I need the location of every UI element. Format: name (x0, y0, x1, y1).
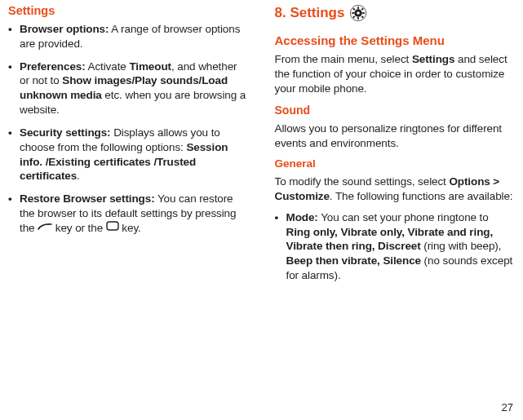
text: (ring with beep), (421, 240, 502, 252)
bullet-marker: • (8, 22, 20, 51)
general-bullet-list: • Mode: You can set your phone ringtone … (275, 210, 516, 283)
chapter-heading: 8. Settings (275, 4, 516, 22)
text: From the main menu, select (275, 53, 412, 65)
softkey-icon (106, 220, 119, 235)
bullet-marker: • (275, 210, 286, 283)
term: Settings (412, 53, 454, 65)
text: Activate (86, 60, 130, 73)
gear-icon (349, 4, 367, 22)
term: Restore Browser settings: (20, 192, 155, 205)
general-intro: To modify the sound settings, select Opt… (275, 175, 516, 204)
svg-rect-7 (353, 8, 356, 11)
chapter-title: 8. Settings (275, 5, 345, 21)
left-heading: Settings (8, 4, 249, 17)
bullet-marker: • (8, 126, 20, 183)
text: key. (119, 222, 141, 234)
bullet-text: Restore Browser settings: You can restor… (20, 192, 249, 236)
text: You can set your phone ringtone to (318, 211, 489, 223)
svg-point-11 (357, 11, 361, 15)
right-column: 8. Settings (262, 4, 516, 420)
list-item: • Restore Browser settings: You can rest… (8, 192, 249, 236)
svg-rect-8 (361, 15, 364, 18)
term: Preferences: (20, 60, 86, 73)
svg-rect-10 (353, 15, 356, 18)
text: . The following functions are available: (330, 190, 513, 202)
bullet-text: Browser options: A range of browser opti… (20, 22, 249, 51)
term: Mode: (286, 211, 318, 223)
svg-rect-4 (358, 17, 360, 20)
text: To modify the sound settings, select (275, 175, 450, 188)
term: Browser options: (20, 23, 109, 35)
svg-rect-5 (352, 12, 355, 14)
list-item: • Security settings: Displays allows you… (8, 126, 249, 183)
text: . (77, 170, 80, 182)
svg-rect-6 (363, 12, 366, 14)
general-heading: General (275, 157, 516, 170)
svg-rect-9 (361, 8, 364, 11)
bullet-text: Security settings: Displays allows you t… (20, 126, 249, 183)
manual-page: Settings • Browser options: A range of b… (0, 0, 523, 420)
term: Beep then vibrate, Silence (286, 254, 421, 267)
list-item: • Mode: You can set your phone ringtone … (275, 210, 516, 283)
text: key or the (52, 222, 106, 234)
svg-rect-3 (358, 7, 360, 9)
list-item: • Browser options: A range of browser op… (8, 22, 249, 51)
bullet-marker: • (8, 60, 20, 117)
svg-rect-0 (107, 222, 118, 230)
accessing-paragraph: From the main menu, select Settings and … (275, 52, 516, 95)
list-item: • Preferences: Activate Timeout, and whe… (8, 60, 249, 117)
bullet-marker: • (8, 192, 20, 236)
sound-paragraph: Allows you to personalize ringtones for … (275, 122, 516, 151)
send-key-icon (38, 220, 52, 235)
sound-heading: Sound (275, 104, 516, 117)
left-column: Settings • Browser options: A range of b… (8, 4, 262, 420)
left-bullet-list: • Browser options: A range of browser op… (8, 22, 249, 236)
accessing-heading: Accessing the Settings Menu (275, 33, 516, 47)
bullet-text: Mode: You can set your phone ringtone to… (286, 210, 516, 283)
bullet-text: Preferences: Activate Timeout, and wheth… (20, 60, 249, 117)
page-number: 27 (502, 401, 513, 413)
term: Timeout (129, 60, 171, 73)
term: Security settings: (20, 126, 110, 139)
